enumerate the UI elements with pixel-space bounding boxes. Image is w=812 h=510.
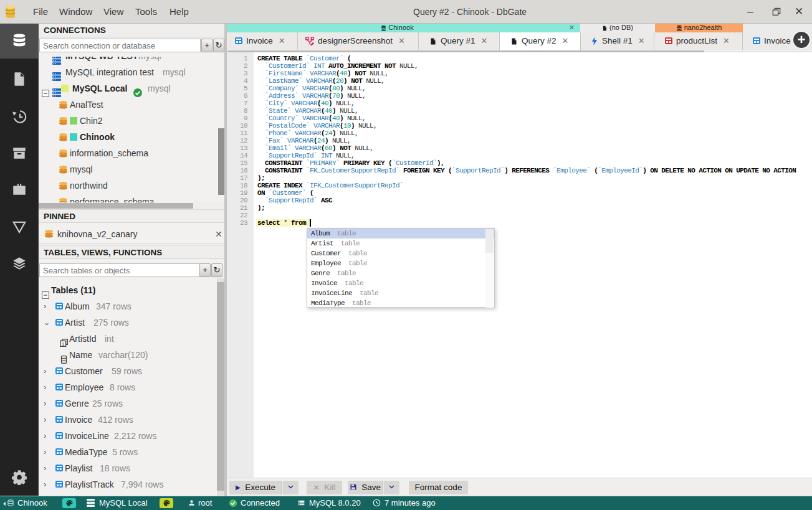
svg-text:1: 1 (62, 341, 64, 346)
